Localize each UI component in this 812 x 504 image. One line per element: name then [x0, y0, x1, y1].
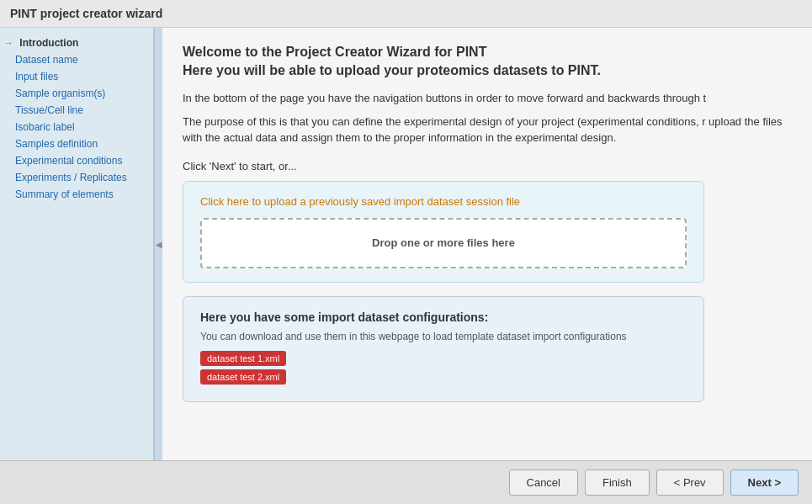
prev-button[interactable]: < Prev: [656, 470, 724, 496]
sidebar-item-tissue-cell-line[interactable]: Tissue/Cell line: [0, 102, 153, 119]
sidebar-item-samples-definition[interactable]: Samples definition: [0, 135, 153, 152]
upload-section: Click here to upload a previously saved …: [183, 181, 704, 283]
sidebar-label-input-files: Input files: [15, 71, 58, 82]
sidebar-item-introduction[interactable]: Introduction: [0, 34, 153, 51]
finish-button[interactable]: Finish: [585, 470, 650, 496]
window-title: PINT project creator wizard: [10, 7, 162, 20]
file-badges: dataset test 1.xml dataset test 2.xml: [200, 351, 687, 388]
bottom-bar: Cancel Finish < Prev Next >: [0, 460, 812, 504]
sidebar-label-experiments-replicates: Experiments / Replicates: [15, 172, 127, 183]
content-area: Welcome to the Project Creator Wizard fo…: [162, 28, 812, 460]
sidebar-item-input-files[interactable]: Input files: [0, 68, 153, 85]
sidebar-item-sample-organism[interactable]: Sample organism(s): [0, 85, 153, 102]
sidebar-collapse-handle[interactable]: ◀: [154, 28, 162, 460]
sidebar-label-isobaric-label: Isobaric label: [15, 121, 75, 133]
sidebar-item-experiments-replicates[interactable]: Experiments / Replicates: [0, 169, 153, 186]
drop-zone[interactable]: Drop one or more files here: [200, 218, 687, 268]
sidebar-label-dataset-name: Dataset name: [15, 54, 78, 66]
sidebar-item-experimental-conditions[interactable]: Experimental conditions: [0, 152, 153, 169]
file-badge-2[interactable]: dataset test 2.xml: [200, 369, 286, 385]
next-button[interactable]: Next >: [730, 470, 799, 496]
import-title: Here you have some import dataset config…: [200, 310, 687, 324]
sidebar-label-sample-organism: Sample organism(s): [15, 88, 105, 99]
import-desc: You can download and use them in this we…: [200, 331, 687, 342]
sidebar-label-samples-definition: Samples definition: [15, 138, 98, 150]
sidebar-item-summary-of-elements[interactable]: Summary of elements: [0, 186, 153, 203]
sidebar-item-dataset-name[interactable]: Dataset name: [0, 51, 153, 68]
welcome-title: Welcome to the Project Creator Wizard fo…: [183, 45, 792, 60]
sidebar-label-tissue-cell-line: Tissue/Cell line: [15, 104, 83, 116]
main-content: Introduction Dataset name Input files Sa…: [0, 28, 812, 460]
sidebar-label-summary-of-elements: Summary of elements: [15, 188, 114, 200]
description-1: In the bottom of the page you have the n…: [183, 90, 792, 107]
cancel-button[interactable]: Cancel: [509, 470, 578, 496]
file-badge-1[interactable]: dataset test 1.xml: [200, 351, 286, 366]
click-next-text: Click 'Next' to start, or...: [183, 160, 792, 172]
upload-session-link[interactable]: Click here to upload a previously saved …: [200, 195, 687, 208]
sidebar-label-introduction: Introduction: [19, 37, 78, 49]
sidebar-item-isobaric-label[interactable]: Isobaric label: [0, 119, 153, 135]
welcome-subtitle: Here you will be able to upload your pro…: [183, 63, 792, 78]
sidebar: Introduction Dataset name Input files Sa…: [0, 28, 154, 460]
sidebar-label-experimental-conditions: Experimental conditions: [15, 155, 122, 167]
title-bar: PINT project creator wizard: [0, 0, 812, 28]
window: PINT project creator wizard Introduction…: [0, 0, 812, 504]
import-section: Here you have some import dataset config…: [183, 296, 704, 402]
description-2: The purpose of this is that you can defi…: [183, 114, 792, 146]
